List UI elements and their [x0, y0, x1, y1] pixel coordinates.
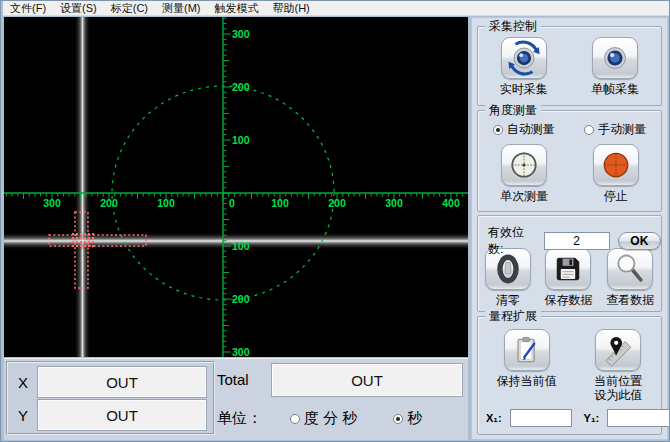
x-value-readout: OUT — [38, 367, 206, 397]
pin-ruler-icon — [599, 332, 637, 368]
y-value-readout: OUT — [38, 400, 206, 430]
effective-digits-label: 有效位数: — [488, 224, 539, 258]
svg-text:100: 100 — [232, 240, 250, 252]
app-window: 文件(F) 设置(S) 标定(C) 测量(M) 触发模式 帮助(H) 30020… — [0, 0, 670, 442]
reticle-overlay: 3002001000100200300400300200100100200300 — [4, 17, 468, 357]
single-frame-capture-button[interactable]: 单帧采集 — [591, 37, 639, 96]
svg-text:200: 200 — [100, 197, 118, 209]
single-measure-button[interactable]: 单次测量 — [500, 144, 548, 203]
radio-unit-seconds-dot — [393, 414, 403, 424]
radio-unit-dms-label: 度 分 秒 — [304, 409, 357, 428]
group-data-control: 有效位数: OK 清零 — [477, 215, 662, 312]
svg-text:300: 300 — [232, 28, 250, 40]
x-axis-label: X — [8, 374, 38, 391]
readout-panel: X OUT Y OUT Total OUT 单位： 度 分 秒 秒 — [4, 358, 468, 440]
realtime-capture-label: 实时采集 — [500, 82, 548, 96]
radio-unit-seconds[interactable]: 秒 — [379, 409, 422, 428]
set-position-value-label-line2: 设为此值 — [594, 388, 642, 402]
stop-label: 停止 — [604, 189, 628, 203]
effective-digits-input[interactable] — [544, 232, 610, 250]
menu-bar: 文件(F) 设置(S) 标定(C) 测量(M) 触发模式 帮助(H) — [3, 1, 669, 16]
unit-selector: 单位： 度 分 秒 秒 — [217, 409, 422, 428]
total-label: Total — [217, 371, 249, 388]
radio-auto-measure-label: 自动测量 — [507, 121, 555, 138]
clipboard-pen-icon — [508, 332, 546, 368]
menu-help[interactable]: 帮助(H) — [266, 1, 317, 16]
control-panel: 采集控制 实 — [471, 17, 668, 440]
single-measure-label: 单次测量 — [500, 189, 548, 203]
y-axis-label: Y — [8, 407, 38, 424]
svg-text:300: 300 — [43, 197, 61, 209]
svg-text:100: 100 — [157, 197, 175, 209]
x1-input[interactable] — [510, 409, 572, 427]
radio-unit-seconds-label: 秒 — [407, 409, 422, 428]
realtime-capture-button[interactable]: 实时采集 — [500, 37, 548, 96]
single-measure-reticle-icon — [505, 147, 543, 183]
camera-display: 3002001000100200300400300200100100200300 — [4, 17, 468, 357]
svg-text:200: 200 — [328, 197, 346, 209]
menu-measure[interactable]: 测量(M) — [155, 1, 208, 16]
radio-manual-measure-dot — [584, 125, 594, 135]
menu-settings[interactable]: 设置(S) — [53, 1, 104, 16]
group-capture-control: 采集控制 实 — [477, 26, 662, 106]
y1-label: Y₁: — [584, 412, 600, 424]
view-data-label: 查看数据 — [606, 293, 654, 307]
hold-current-value-button[interactable]: 保持当前值 — [497, 329, 557, 388]
svg-text:100: 100 — [232, 134, 250, 146]
single-frame-capture-label: 单帧采集 — [591, 82, 639, 96]
unit-label: 单位： — [217, 409, 262, 428]
menu-file[interactable]: 文件(F) — [3, 1, 53, 16]
clear-zero-label: 清零 — [496, 293, 520, 307]
svg-text:300: 300 — [232, 346, 250, 357]
set-position-value-button[interactable]: 当前位置 设为此值 — [594, 329, 642, 402]
total-value-readout: OUT — [272, 364, 462, 396]
hold-current-value-label: 保持当前值 — [497, 374, 557, 388]
ok-button[interactable]: OK — [618, 232, 661, 250]
group-angle-title: 角度测量 — [485, 103, 541, 117]
radio-auto-measure-dot — [493, 125, 503, 135]
realtime-capture-icon — [504, 39, 544, 77]
radio-auto-measure[interactable]: 自动测量 — [493, 121, 555, 138]
stop-icon — [597, 147, 635, 183]
group-range-extend: 量程扩展 保持当前值 — [477, 316, 662, 435]
set-position-value-label-line1: 当前位置 — [594, 374, 642, 388]
radio-unit-dms-dot — [290, 414, 300, 424]
radio-manual-measure-label: 手动测量 — [598, 121, 646, 138]
radio-manual-measure[interactable]: 手动测量 — [584, 121, 646, 138]
svg-text:100: 100 — [271, 197, 289, 209]
group-angle-measure: 角度测量 自动测量 手动测量 — [477, 110, 662, 212]
svg-text:200: 200 — [232, 81, 250, 93]
radio-unit-dms[interactable]: 度 分 秒 — [276, 409, 357, 428]
svg-text:300: 300 — [385, 197, 403, 209]
xy-readout-box: X OUT Y OUT — [6, 361, 215, 435]
y1-input[interactable] — [607, 409, 670, 427]
svg-text:400: 400 — [442, 197, 460, 209]
group-capture-title: 采集控制 — [485, 19, 541, 33]
x1-label: X₁: — [486, 412, 502, 424]
svg-text:200: 200 — [232, 293, 250, 305]
group-range-title: 量程扩展 — [485, 309, 541, 323]
single-frame-capture-icon — [595, 39, 635, 77]
save-data-label: 保存数据 — [544, 293, 592, 307]
stop-button[interactable]: 停止 — [593, 144, 639, 203]
menu-trigger-mode[interactable]: 触发模式 — [208, 1, 266, 16]
menu-calibration[interactable]: 标定(C) — [104, 1, 155, 16]
svg-text:0: 0 — [229, 197, 235, 209]
